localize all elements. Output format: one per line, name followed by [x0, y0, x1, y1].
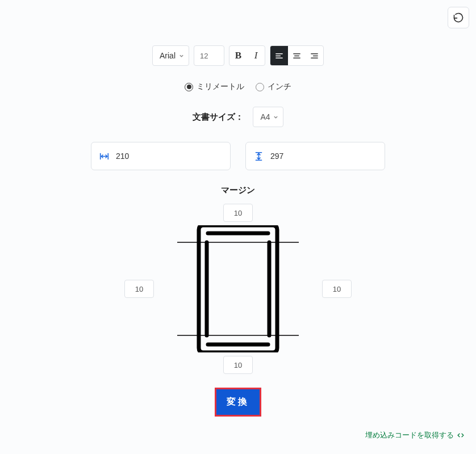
align-right-button[interactable] — [306, 46, 323, 65]
margin-area — [122, 204, 354, 374]
height-input[interactable] — [270, 152, 377, 161]
document-size-select[interactable]: A4 — [253, 107, 283, 127]
radio-icon — [185, 83, 193, 91]
chevron-down-icon — [179, 53, 184, 58]
font-family-select[interactable]: Arial — [152, 45, 189, 66]
align-right-icon — [310, 52, 319, 60]
unit-mm-radio[interactable]: ミリメートル — [185, 82, 244, 92]
radio-icon — [256, 83, 264, 91]
align-left-button[interactable] — [270, 46, 288, 65]
embed-code-label: 埋め込みコードを取得する — [365, 430, 454, 440]
bold-icon: B — [235, 50, 241, 61]
margin-right-input[interactable] — [322, 280, 352, 298]
margin-top-input[interactable] — [223, 204, 253, 222]
unit-selector: ミリメートル インチ — [185, 82, 291, 92]
undo-button[interactable] — [448, 7, 469, 28]
bold-button[interactable]: B — [229, 46, 247, 65]
settings-panel: Arial B I ミリメートル — [0, 0, 476, 417]
dimensions-row — [91, 142, 385, 170]
margin-title: マージン — [221, 185, 255, 196]
width-input-wrapper[interactable] — [91, 142, 231, 170]
align-group — [270, 45, 324, 66]
document-size-row: 文書サイズ： A4 — [193, 107, 283, 127]
italic-icon: I — [254, 50, 258, 61]
embed-code-link[interactable]: 埋め込みコードを取得する — [365, 430, 465, 440]
italic-button[interactable]: I — [247, 46, 265, 65]
font-toolbar: Arial B I — [152, 45, 324, 66]
convert-button[interactable]: 変換 — [215, 388, 261, 417]
font-family-value: Arial — [160, 51, 176, 60]
unit-inch-label: インチ — [268, 82, 291, 92]
font-size-input[interactable] — [194, 45, 224, 66]
height-input-wrapper[interactable] — [245, 142, 385, 170]
document-size-value: A4 — [260, 112, 270, 121]
code-icon — [457, 431, 465, 439]
align-center-button[interactable] — [288, 46, 306, 65]
width-input[interactable] — [116, 152, 222, 161]
align-center-icon — [293, 52, 301, 60]
unit-mm-label: ミリメートル — [197, 82, 244, 92]
document-size-label: 文書サイズ： — [193, 112, 244, 123]
unit-inch-radio[interactable]: インチ — [256, 82, 291, 92]
undo-icon — [453, 12, 464, 23]
margin-bottom-input[interactable] — [223, 356, 253, 374]
margin-left-input[interactable] — [124, 280, 154, 298]
align-left-icon — [275, 52, 283, 60]
page-preview-icon — [177, 225, 299, 352]
font-style-group: B I — [229, 45, 265, 66]
chevron-down-icon — [273, 115, 278, 120]
width-icon — [99, 152, 109, 161]
height-icon — [254, 152, 264, 161]
